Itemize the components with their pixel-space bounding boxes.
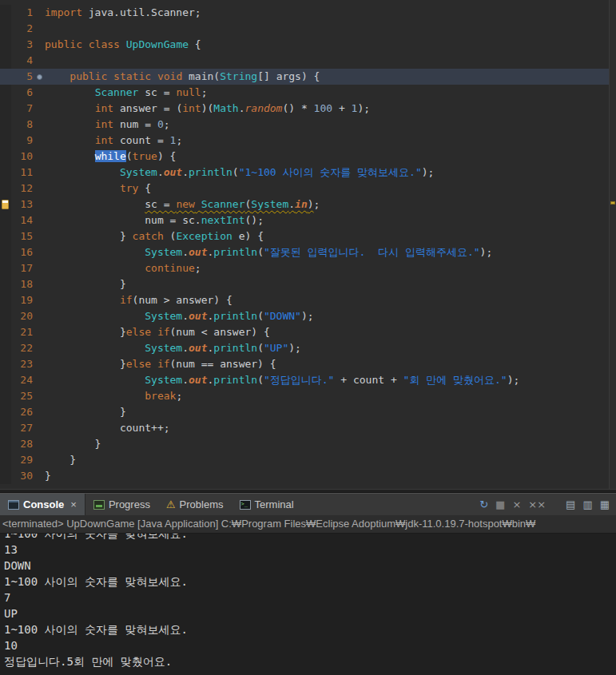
- code-line[interactable]: 7 int answer = (int)(Math.random() * 100…: [0, 101, 616, 117]
- warning-marker-icon[interactable]: [610, 201, 615, 204]
- code-line[interactable]: 6 Scanner sc = null;: [0, 85, 616, 101]
- annotation-ruler-cell: [0, 308, 11, 324]
- code-line[interactable]: 2: [0, 21, 616, 37]
- code-line[interactable]: 18 }: [0, 276, 616, 292]
- code-line[interactable]: 21 }else if(num < answer) {: [0, 324, 616, 340]
- code-line[interactable]: 16 System.out.println("잘못된 입력입니다. 다시 입력해…: [0, 244, 616, 260]
- line-number[interactable]: 2: [11, 21, 37, 37]
- view-tabs: Console×Progress⚠ProblemsTerminal: [0, 494, 302, 515]
- code-line[interactable]: 30}: [0, 468, 616, 484]
- line-number[interactable]: 4: [11, 53, 37, 69]
- close-icon[interactable]: ×: [70, 498, 77, 510]
- line-number[interactable]: 6: [11, 85, 37, 101]
- line-number[interactable]: 7: [11, 101, 37, 117]
- bookmark-icon[interactable]: [0, 197, 11, 212]
- line-number[interactable]: 28: [11, 436, 37, 452]
- annotation-ruler-cell: [0, 85, 11, 101]
- line-number[interactable]: 20: [11, 308, 37, 324]
- code-line[interactable]: 27 count++;: [0, 420, 616, 436]
- code-line[interactable]: 23 }else if(num == answer) {: [0, 356, 616, 372]
- remove-launch-icon[interactable]: ×: [512, 499, 521, 510]
- line-number[interactable]: 19: [11, 292, 37, 308]
- code-line[interactable]: 17 continue;: [0, 260, 616, 276]
- console-output-line: 7: [4, 590, 612, 606]
- open-console-icon[interactable]: ▦: [600, 499, 610, 510]
- line-number[interactable]: 24: [11, 372, 37, 388]
- tab-progress[interactable]: Progress: [85, 494, 158, 515]
- code-line[interactable]: 19 if(num > answer) {: [0, 292, 616, 308]
- code-line[interactable]: 3public class UpDownGame {: [0, 37, 616, 53]
- code-line[interactable]: 14 num = sc.nextInt();: [0, 212, 616, 228]
- code-text: Scanner sc = null;: [37, 85, 208, 101]
- tab-label: Console: [23, 498, 64, 510]
- remove-all-terminated-icon[interactable]: ××: [528, 499, 546, 510]
- code-editor[interactable]: 1import java.util.Scanner;23public class…: [0, 0, 616, 489]
- code-line[interactable]: 12 try {: [0, 181, 616, 197]
- line-number[interactable]: 22: [11, 340, 37, 356]
- line-number[interactable]: 23: [11, 356, 37, 372]
- tab-console[interactable]: Console×: [0, 494, 85, 515]
- code-line[interactable]: 8 int num = 0;: [0, 117, 616, 133]
- code-line[interactable]: 26 }: [0, 404, 616, 420]
- line-number[interactable]: 25: [11, 388, 37, 404]
- line-number[interactable]: 5: [11, 69, 37, 85]
- console-output[interactable]: 1~100 사이의 숫자를 맞혀보세요.13DOWN1~100 사이의 숫자를 …: [0, 534, 616, 675]
- line-number[interactable]: 15: [11, 228, 37, 244]
- problems-icon: ⚠: [166, 499, 176, 510]
- code-line[interactable]: 4: [0, 53, 616, 69]
- line-number[interactable]: 13: [11, 197, 37, 212]
- line-number[interactable]: 27: [11, 420, 37, 436]
- line-number[interactable]: 14: [11, 212, 37, 228]
- line-number[interactable]: 3: [11, 37, 37, 53]
- code-line[interactable]: 24 System.out.println("정답입니다." + count +…: [0, 372, 616, 388]
- console-output-line: 1~100 사이의 숫자를 맞혀보세요.: [4, 534, 612, 542]
- line-number[interactable]: 10: [11, 149, 37, 165]
- launch-marker-icon[interactable]: [37, 74, 42, 80]
- code-text: }: [37, 404, 126, 420]
- code-line[interactable]: 10 while(true) {: [0, 149, 616, 165]
- line-number[interactable]: 17: [11, 260, 37, 276]
- tab-problems[interactable]: ⚠Problems: [158, 494, 232, 515]
- code-line[interactable]: 22 System.out.println("UP");: [0, 340, 616, 356]
- clear-console-icon[interactable]: ▤: [566, 499, 575, 510]
- line-number[interactable]: 21: [11, 324, 37, 340]
- code-line[interactable]: 5 public static void main(String[] args)…: [0, 69, 616, 85]
- code-line[interactable]: 13 sc = new Scanner(System.in);: [0, 197, 616, 212]
- code-line[interactable]: 1import java.util.Scanner;: [0, 5, 616, 21]
- line-number[interactable]: 16: [11, 244, 37, 260]
- annotation-ruler-cell: [0, 181, 11, 197]
- code-text: }else if(num == answer) {: [37, 356, 276, 372]
- line-number[interactable]: 18: [11, 276, 37, 292]
- code-text: break;: [37, 388, 182, 404]
- tab-terminal[interactable]: Terminal: [232, 494, 302, 515]
- code-line[interactable]: 25 break;: [0, 388, 616, 404]
- annotation-ruler-cell: [0, 420, 11, 436]
- code-text: public class UpDownGame {: [37, 37, 201, 53]
- code-line[interactable]: 11 System.out.println("1~100 사이의 숫자를 맞혀보…: [0, 165, 616, 181]
- console-status-line: <terminated> UpDownGame [Java Applicatio…: [0, 515, 616, 534]
- line-number[interactable]: 8: [11, 117, 37, 133]
- code-line[interactable]: 15 } catch (Exception e) {: [0, 228, 616, 244]
- overview-ruler[interactable]: [609, 0, 616, 489]
- terminate-icon[interactable]: ■: [495, 499, 505, 510]
- line-number[interactable]: 26: [11, 404, 37, 420]
- code-line[interactable]: 20 System.out.println("DOWN");: [0, 308, 616, 324]
- annotation-ruler-cell: [0, 5, 11, 21]
- scroll-lock-icon[interactable]: ▥: [582, 499, 592, 510]
- code-line[interactable]: 28 }: [0, 436, 616, 452]
- annotation-ruler-cell: [0, 149, 11, 165]
- line-number[interactable]: 30: [11, 468, 37, 484]
- code-line[interactable]: 9 int count = 1;: [0, 133, 616, 149]
- console-output-line: DOWN: [4, 558, 612, 574]
- line-number[interactable]: 29: [11, 452, 37, 468]
- show-console-output-icon[interactable]: ↻: [479, 499, 488, 510]
- line-number[interactable]: 11: [11, 165, 37, 181]
- line-number[interactable]: 1: [11, 5, 37, 21]
- annotation-ruler-cell: [0, 37, 11, 53]
- console-output-line: 1~100 사이의 숫자를 맞혀보세요.: [4, 574, 612, 590]
- line-number[interactable]: 12: [11, 181, 37, 197]
- line-number[interactable]: 9: [11, 133, 37, 149]
- code-line[interactable]: 29 }: [0, 452, 616, 468]
- annotation-ruler-cell: [0, 53, 11, 69]
- annotation-ruler-cell: [0, 388, 11, 404]
